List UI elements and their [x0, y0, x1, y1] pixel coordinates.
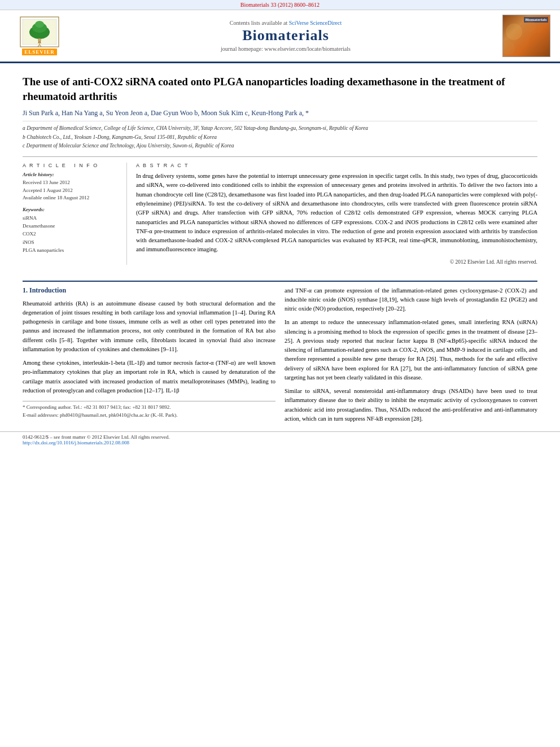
intro-heading: 1. Introduction	[23, 286, 275, 295]
available-date: Available online 18 August 2012	[23, 194, 121, 202]
journal-title: Biomaterials	[73, 27, 498, 44]
publisher-logo-area: ELSEVIER	[6, 16, 73, 55]
sciverse-prefix: Contents lists available at	[230, 20, 287, 26]
keyword-4: iNOS	[23, 238, 121, 246]
affiliation-a: a Department of Biomedical Science, Coll…	[23, 125, 537, 132]
journal-citation-banner: Biomaterials 33 (2012) 8600–8612	[0, 0, 560, 10]
journal-title-area: Contents lists available at SciVerse Sci…	[73, 20, 498, 52]
journal-header: ELSEVIER Contents lists available at Sci…	[0, 10, 560, 63]
footnote-corresponding: * Corresponding author. Tel.: +82 31 801…	[23, 404, 275, 412]
svg-point-12	[525, 21, 536, 32]
page: Biomaterials 33 (2012) 8600–8612	[0, 0, 560, 747]
abstract-text: In drug delivery systems, some genes hav…	[136, 172, 537, 254]
keyword-5: PLGA nanoparticles	[23, 246, 121, 254]
journal-citation-text: Biomaterials 33 (2012) 8600–8612	[240, 2, 320, 8]
article-info-column: A R T I C L E I N F O Article history: R…	[23, 163, 127, 264]
intro-para-2: Among these cytokines, interleukin-1-bet…	[23, 359, 275, 395]
issn-text: 0142-9612/$ – see front matter © 2012 El…	[23, 434, 537, 440]
svg-point-4	[35, 21, 44, 28]
intro-number: 1.	[23, 286, 28, 294]
accepted-date: Accepted 1 August 2012	[23, 187, 121, 195]
article-body: The use of anti-COX2 siRNA coated onto P…	[0, 63, 560, 276]
intro-left-column: 1. Introduction Rheumatoid arthritis (RA…	[23, 286, 275, 429]
sciverse-line: Contents lists available at SciVerse Sci…	[73, 20, 498, 26]
section-divider	[23, 281, 537, 282]
elsevier-tree-icon	[20, 16, 59, 47]
abstract-column: A B S T R A C T In drug delivery systems…	[136, 163, 537, 264]
history-label: Article history:	[23, 172, 121, 177]
keywords-label: Keywords:	[23, 207, 121, 212]
svg-line-9	[40, 45, 41, 47]
article-info-abstract-section: A R T I C L E I N F O Article history: R…	[23, 156, 537, 264]
abstract-label: A B S T R A C T	[136, 163, 537, 168]
doi-link[interactable]: http://dx.doi.org/10.1016/j.biomaterials…	[23, 440, 537, 445]
article-info-label: A R T I C L E I N F O	[23, 163, 121, 168]
footnote-divider	[23, 401, 275, 401]
copyright-text: © 2012 Elsevier Ltd. All rights reserved…	[136, 259, 537, 265]
svg-point-14	[503, 42, 515, 55]
bottom-bar: 0142-9612/$ – see front matter © 2012 El…	[0, 431, 560, 448]
journal-homepage: journal homepage: www.elsevier.com/locat…	[73, 46, 498, 52]
intro-para-1: Rheumatoid arthritis (RA) is an autoimmu…	[23, 299, 275, 355]
svg-point-5	[38, 38, 41, 42]
intro-right-para-1: and TNF-α can promote expression of the …	[285, 286, 537, 314]
affiliation-b: b Chabiotech Co., Ltd., Yeoksan 1-Dong, …	[23, 134, 537, 141]
article-title: The use of anti-COX2 siRNA coated onto P…	[23, 75, 537, 103]
intro-title: Introduction	[29, 286, 66, 294]
intro-right-para-2: In an attempt to reduce the unnecessary …	[285, 318, 537, 382]
keyword-3: COX2	[23, 230, 121, 238]
introduction-section: 1. Introduction Rheumatoid arthritis (RA…	[0, 286, 560, 429]
intro-right-para-3: Similar to siRNA, several nonsteroidal a…	[285, 387, 537, 423]
received-date: Received 13 June 2012	[23, 179, 121, 187]
affiliation-c: c Department of Molecular Science and Te…	[23, 142, 537, 150]
journal-cover-area: Biomaterials	[498, 15, 554, 57]
journal-cover-image: Biomaterials	[502, 15, 550, 57]
elsevier-label-text: ELSEVIER	[22, 49, 57, 55]
sciverse-link[interactable]: SciVerse ScienceDirect	[289, 20, 342, 26]
affiliations-block: a Department of Biomedical Science, Coll…	[23, 121, 537, 150]
svg-point-13	[528, 33, 548, 53]
keyword-1: siRNA	[23, 214, 121, 222]
cover-texture	[503, 15, 550, 56]
intro-right-column: and TNF-α can promote expression of the …	[285, 286, 537, 429]
footnote-email: E-mail addresses: phd0410@haumail.net, p…	[23, 412, 275, 420]
authors-line: Ji Sun Park a, Han Na Yang a, Su Yeon Je…	[23, 109, 537, 117]
svg-point-11	[506, 24, 522, 40]
keyword-2: Dexamethasone	[23, 222, 121, 230]
elsevier-logo: ELSEVIER	[20, 16, 59, 55]
doi-anchor[interactable]: http://dx.doi.org/10.1016/j.biomaterials…	[23, 440, 129, 445]
